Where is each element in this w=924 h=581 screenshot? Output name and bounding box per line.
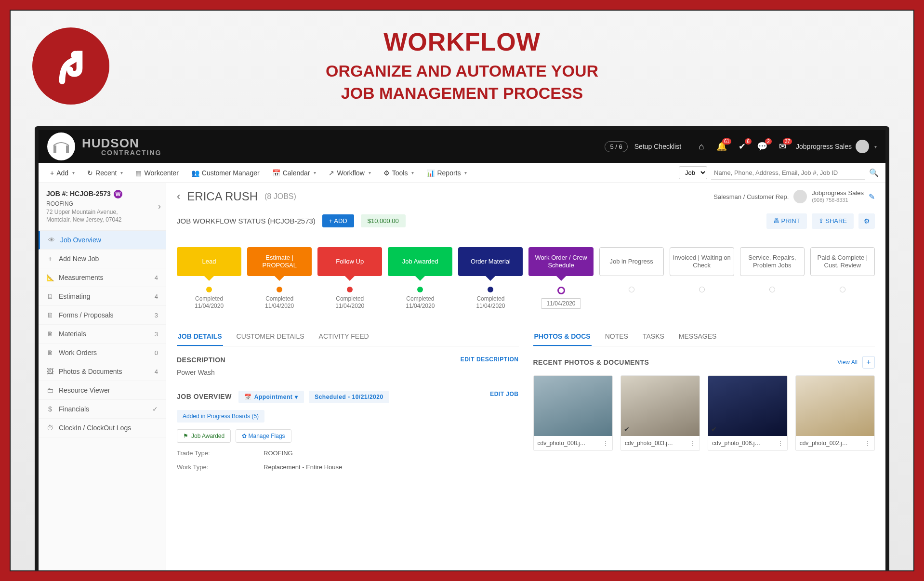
sidebar-icon: 🗎 xyxy=(46,292,54,300)
print-button[interactable]: 🖶 PRINT xyxy=(766,213,807,229)
stage-estimate-proposal[interactable]: Estimate | PROPOSALCompleted11/04/2020 xyxy=(247,247,312,310)
job-badge: W xyxy=(114,190,122,198)
search-icon[interactable]: 🔍 xyxy=(869,168,879,177)
doc-card[interactable]: ✔ cdv_photo_006.j…⋮ xyxy=(708,375,787,451)
stage-job-in-progress[interactable]: Job in Progress xyxy=(599,247,664,310)
edit-job-link[interactable]: EDIT JOB xyxy=(490,391,518,397)
search-input[interactable] xyxy=(711,166,865,180)
stage-job-awarded[interactable]: Job AwardedCompleted11/04/2020 xyxy=(388,247,452,310)
manage-flags-chip[interactable]: ✿ Manage Flags xyxy=(236,429,291,443)
menu-tools[interactable]: ⚙ Tools▾ xyxy=(379,166,419,180)
menu-add[interactable]: + Add▾ xyxy=(45,166,79,180)
home-icon[interactable]: ⌂ xyxy=(695,142,708,152)
sidebar-item-label: ClockIn / ClockOut Logs xyxy=(59,424,131,432)
menu-calendar[interactable]: 📅 Calendar▾ xyxy=(267,166,321,180)
menu-workcenter[interactable]: ▦ Workcenter xyxy=(131,166,183,180)
view-all-link[interactable]: View All xyxy=(837,359,858,366)
doc-filename: cdv_photo_006.j… xyxy=(712,440,760,447)
sidebar-icon: 👁 xyxy=(48,236,55,244)
sidebar-item-photos-documents[interactable]: 🖼 Photos & Documents 4 xyxy=(39,362,166,381)
doc-filename: cdv_photo_008.j… xyxy=(538,440,586,447)
menu-customer-manager[interactable]: 👥 Customer Manager xyxy=(186,166,264,180)
menu-reports[interactable]: 📊 Reports▾ xyxy=(422,166,472,180)
stage-paid-complete-cust-review[interactable]: Paid & Complete | Cust. Review xyxy=(810,247,875,310)
hero-subtitle: ORGANIZE AND AUTOMATE YOURJOB MANAGEMENT… xyxy=(11,60,913,105)
check-icon[interactable]: ✔6 xyxy=(735,141,749,152)
chevron-down-icon: ▾ xyxy=(874,144,877,149)
sidebar-item-resource-viewer[interactable]: 🗀 Resource Viewer xyxy=(39,381,166,400)
sidebar-icon: 🗎 xyxy=(46,311,54,319)
customer-name: ERICA RUSH xyxy=(187,190,258,203)
sidebar-item-work-orders[interactable]: 🗎 Work Orders 0 xyxy=(39,343,166,362)
check-icon: ✔ xyxy=(624,425,630,433)
stage-invoiced-waiting-on-check[interactable]: Invoiced | Waiting on Check xyxy=(670,247,734,310)
sidebar-item-label: Financials xyxy=(59,405,89,413)
add-doc-button[interactable]: + xyxy=(862,356,875,369)
boards-chip[interactable]: Added in Progress Boards (5) xyxy=(177,410,264,423)
sidebar-item-estimating[interactable]: 🗎 Estimating 4 xyxy=(39,287,166,306)
sidebar-item-materials[interactable]: 🗎 Materials 3 xyxy=(39,325,166,343)
main-panel: ‹ ERICA RUSH (8 JOBS) Salesman / Custome… xyxy=(166,183,885,571)
mail-icon[interactable]: ✉37 xyxy=(776,141,789,152)
sidebar-item-forms-proposals[interactable]: 🗎 Forms / Proposals 3 xyxy=(39,306,166,325)
user-menu[interactable]: Jobprogress Sales ▾ xyxy=(796,140,877,153)
more-icon[interactable]: ⋮ xyxy=(690,440,696,447)
description-title: DESCRIPTION xyxy=(177,356,225,364)
stage-work-order-crew-schedule[interactable]: Work Order / Crew Schedule11/04/2020 xyxy=(528,247,593,310)
stage-service-repairs-problem-jobs[interactable]: Service, Repairs, Problem Jobs xyxy=(740,247,805,310)
chat-icon[interactable]: 💬2 xyxy=(755,141,769,152)
doc-card[interactable]: ✔ cdv_photo_003.j…⋮ xyxy=(620,375,700,451)
menu-workflow[interactable]: ↗ Workflow▾ xyxy=(324,166,375,180)
menu-recent[interactable]: ↻ Recent▾ xyxy=(82,166,128,180)
tab-activity-feed[interactable]: ACTIVITY FEED xyxy=(318,328,370,346)
back-button[interactable]: ‹ xyxy=(177,190,180,203)
setup-checklist-label[interactable]: Setup Checklist xyxy=(634,143,681,150)
sidebar-item-measurements[interactable]: 📐 Measurements 4 xyxy=(39,268,166,287)
check-icon: ✔ xyxy=(711,425,717,433)
check-icon: ✓ xyxy=(152,405,158,413)
sidebar-item-label: Estimating xyxy=(59,292,90,300)
doc-card[interactable]: cdv_photo_008.j…⋮ xyxy=(533,375,613,451)
stage-follow-up[interactable]: Follow UpCompleted11/04/2020 xyxy=(317,247,382,310)
sidebar-item-job-overview[interactable]: 👁 Job Overview xyxy=(39,231,166,250)
settings-button[interactable]: ⚙ xyxy=(858,213,875,229)
tab-job-details[interactable]: JOB DETAILS xyxy=(177,328,223,346)
sidebar-item-label: Forms / Proposals xyxy=(59,311,114,319)
svg-point-0 xyxy=(71,51,79,60)
topbar: HUDSON CONTRACTING 5 / 6 Setup Checklist… xyxy=(39,130,885,163)
avatar xyxy=(856,140,869,153)
sidebar-item-clockin-clockout-logs[interactable]: ⏱ ClockIn / ClockOut Logs xyxy=(39,419,166,437)
workflow-stages: LeadCompleted11/04/2020Estimate | PROPOS… xyxy=(166,238,885,313)
tab-customer-details[interactable]: CUSTOMER DETAILS xyxy=(236,328,305,346)
job-header[interactable]: JOB #: HCJOB-2573W ROOFING 72 Upper Moun… xyxy=(39,183,166,231)
more-icon[interactable]: ⋮ xyxy=(778,440,783,447)
appointment-chip[interactable]: 📅 Appointment ▾ xyxy=(238,391,304,403)
sidebar-item-label: Job Overview xyxy=(60,236,101,244)
more-icon[interactable]: ⋮ xyxy=(603,440,608,447)
scheduled-chip[interactable]: Scheduled - 10/21/2020 xyxy=(309,391,389,403)
stage-lead[interactable]: LeadCompleted11/04/2020 xyxy=(177,247,241,310)
bell-icon[interactable]: 🔔61 xyxy=(715,141,728,152)
tab-photos-docs[interactable]: PHOTOS & DOCS xyxy=(533,328,592,346)
setup-progress[interactable]: 5 / 6 xyxy=(605,141,627,152)
tab-tasks[interactable]: TASKS xyxy=(642,328,665,346)
edit-rep-icon[interactable]: ✎ xyxy=(869,192,875,201)
edit-description-link[interactable]: EDIT DESCRIPTION xyxy=(461,356,519,363)
tab-messages[interactable]: MESSAGES xyxy=(678,328,718,346)
add-button[interactable]: + ADD xyxy=(322,214,354,227)
search-type-select[interactable]: Job xyxy=(679,166,707,179)
sidebar-item-financials[interactable]: $ Financials ✓ xyxy=(39,400,166,419)
tab-notes[interactable]: NOTES xyxy=(604,328,629,346)
share-button[interactable]: ⇪ SHARE xyxy=(812,213,854,229)
doc-card[interactable]: cdv_photo_002.j…⋮ xyxy=(795,375,875,451)
rep-label: Salesman / Customer Rep. xyxy=(713,193,789,200)
chevron-right-icon[interactable]: › xyxy=(158,201,161,211)
rep-avatar xyxy=(793,190,807,203)
more-icon[interactable]: ⋮ xyxy=(865,440,871,447)
stage-order-material[interactable]: Order MaterialCompleted11/04/2020 xyxy=(458,247,523,310)
docs-grid: cdv_photo_008.j…⋮✔ cdv_photo_003.j…⋮✔ cd… xyxy=(533,375,875,451)
job-awarded-flag[interactable]: ⚑Job Awarded xyxy=(177,429,231,443)
company-logo xyxy=(47,132,75,160)
workflow-status-label: JOB WORKFLOW STATUS (HCJOB-2573) xyxy=(177,217,316,225)
sidebar-item-add-new-job[interactable]: + Add New Job xyxy=(39,250,166,268)
